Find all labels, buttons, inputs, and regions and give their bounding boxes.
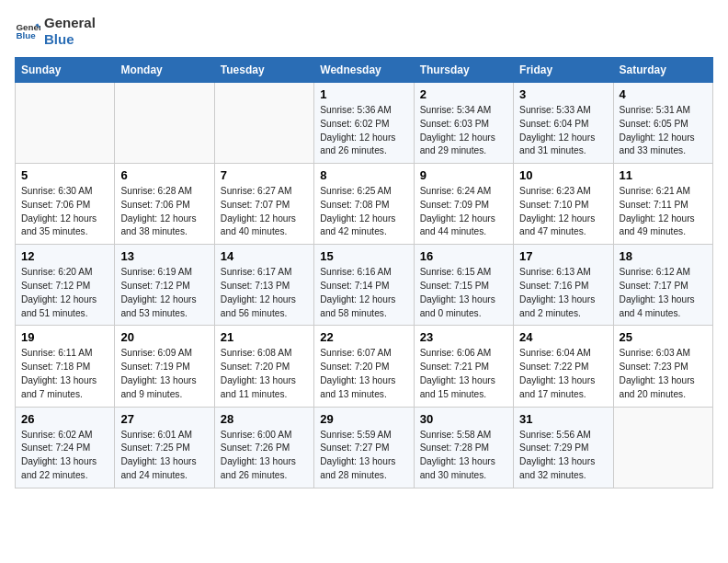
calendar-cell [115, 83, 214, 164]
calendar-cell: 29Sunrise: 5:59 AM Sunset: 7:27 PM Dayli… [314, 407, 414, 488]
day-info: Sunrise: 6:06 AM Sunset: 7:21 PM Dayligh… [420, 347, 507, 401]
day-number: 13 [120, 249, 208, 263]
day-number: 19 [21, 330, 108, 344]
calendar-cell: 18Sunrise: 6:12 AM Sunset: 7:17 PM Dayli… [613, 245, 712, 326]
day-info: Sunrise: 6:11 AM Sunset: 7:18 PM Dayligh… [21, 347, 108, 401]
day-info: Sunrise: 5:58 AM Sunset: 7:28 PM Dayligh… [420, 429, 507, 483]
day-number: 29 [320, 412, 407, 426]
weekday-header: Thursday [414, 58, 513, 83]
calendar-cell: 23Sunrise: 6:06 AM Sunset: 7:21 PM Dayli… [414, 326, 513, 407]
day-info: Sunrise: 5:36 AM Sunset: 6:02 PM Dayligh… [320, 104, 407, 158]
day-info: Sunrise: 6:13 AM Sunset: 7:16 PM Dayligh… [519, 266, 607, 320]
day-info: Sunrise: 6:01 AM Sunset: 7:25 PM Dayligh… [120, 429, 208, 483]
day-info: Sunrise: 6:20 AM Sunset: 7:12 PM Dayligh… [21, 266, 108, 320]
calendar-cell: 11Sunrise: 6:21 AM Sunset: 7:11 PM Dayli… [613, 164, 712, 245]
day-info: Sunrise: 6:23 AM Sunset: 7:10 PM Dayligh… [519, 185, 607, 239]
calendar-table: SundayMondayTuesdayWednesdayThursdayFrid… [15, 57, 713, 488]
calendar-cell: 10Sunrise: 6:23 AM Sunset: 7:10 PM Dayli… [514, 164, 613, 245]
day-info: Sunrise: 6:25 AM Sunset: 7:08 PM Dayligh… [320, 185, 407, 239]
day-info: Sunrise: 6:03 AM Sunset: 7:23 PM Dayligh… [620, 347, 707, 401]
day-number: 1 [320, 87, 407, 101]
day-number: 2 [420, 87, 507, 101]
day-info: Sunrise: 6:24 AM Sunset: 7:09 PM Dayligh… [420, 185, 507, 239]
day-info: Sunrise: 6:08 AM Sunset: 7:20 PM Dayligh… [221, 347, 308, 401]
day-info: Sunrise: 5:33 AM Sunset: 6:04 PM Dayligh… [519, 104, 607, 158]
calendar-cell: 30Sunrise: 5:58 AM Sunset: 7:28 PM Dayli… [414, 407, 513, 488]
weekday-header: Friday [514, 58, 613, 83]
day-number: 11 [620, 168, 707, 182]
calendar-cell: 31Sunrise: 5:56 AM Sunset: 7:29 PM Dayli… [514, 407, 613, 488]
calendar-cell: 25Sunrise: 6:03 AM Sunset: 7:23 PM Dayli… [613, 326, 712, 407]
day-info: Sunrise: 6:09 AM Sunset: 7:19 PM Dayligh… [120, 347, 208, 401]
calendar-cell: 7Sunrise: 6:27 AM Sunset: 7:07 PM Daylig… [214, 164, 313, 245]
day-number: 12 [21, 249, 108, 263]
calendar-cell: 26Sunrise: 6:02 AM Sunset: 7:24 PM Dayli… [16, 407, 115, 488]
day-info: Sunrise: 6:21 AM Sunset: 7:11 PM Dayligh… [620, 185, 707, 239]
calendar-cell: 12Sunrise: 6:20 AM Sunset: 7:12 PM Dayli… [16, 245, 115, 326]
day-number: 26 [21, 412, 108, 426]
day-number: 30 [420, 412, 507, 426]
weekday-header: Tuesday [214, 58, 313, 83]
day-info: Sunrise: 6:04 AM Sunset: 7:22 PM Dayligh… [519, 347, 607, 401]
day-number: 6 [120, 168, 208, 182]
day-info: Sunrise: 5:34 AM Sunset: 6:03 PM Dayligh… [420, 104, 507, 158]
day-number: 9 [420, 168, 507, 182]
day-number: 14 [221, 249, 308, 263]
day-number: 18 [620, 249, 707, 263]
weekday-header: Wednesday [314, 58, 414, 83]
calendar-cell [214, 83, 313, 164]
day-info: Sunrise: 6:02 AM Sunset: 7:24 PM Dayligh… [21, 429, 108, 483]
calendar-cell: 20Sunrise: 6:09 AM Sunset: 7:19 PM Dayli… [115, 326, 214, 407]
day-info: Sunrise: 6:17 AM Sunset: 7:13 PM Dayligh… [221, 266, 308, 320]
day-info: Sunrise: 6:27 AM Sunset: 7:07 PM Dayligh… [221, 185, 308, 239]
calendar-cell: 16Sunrise: 6:15 AM Sunset: 7:15 PM Dayli… [414, 245, 513, 326]
day-info: Sunrise: 6:00 AM Sunset: 7:26 PM Dayligh… [221, 429, 308, 483]
day-info: Sunrise: 5:31 AM Sunset: 6:05 PM Dayligh… [620, 104, 707, 158]
weekday-header: Saturday [613, 58, 712, 83]
day-number: 10 [519, 168, 607, 182]
calendar-cell: 19Sunrise: 6:11 AM Sunset: 7:18 PM Dayli… [16, 326, 115, 407]
calendar-cell: 15Sunrise: 6:16 AM Sunset: 7:14 PM Dayli… [314, 245, 414, 326]
calendar-cell: 9Sunrise: 6:24 AM Sunset: 7:09 PM Daylig… [414, 164, 513, 245]
day-number: 22 [320, 330, 407, 344]
page-header: General Blue General Blue [15, 15, 713, 48]
day-number: 21 [221, 330, 308, 344]
day-number: 15 [320, 249, 407, 263]
calendar-cell: 6Sunrise: 6:28 AM Sunset: 7:06 PM Daylig… [115, 164, 214, 245]
day-number: 25 [620, 330, 707, 344]
day-info: Sunrise: 5:59 AM Sunset: 7:27 PM Dayligh… [320, 429, 407, 483]
calendar-cell: 24Sunrise: 6:04 AM Sunset: 7:22 PM Dayli… [514, 326, 613, 407]
day-info: Sunrise: 6:19 AM Sunset: 7:12 PM Dayligh… [120, 266, 208, 320]
day-info: Sunrise: 6:07 AM Sunset: 7:20 PM Dayligh… [320, 347, 407, 401]
day-number: 5 [21, 168, 108, 182]
svg-text:Blue: Blue [16, 30, 36, 40]
calendar-cell: 8Sunrise: 6:25 AM Sunset: 7:08 PM Daylig… [314, 164, 414, 245]
calendar-cell [613, 407, 712, 488]
day-info: Sunrise: 6:12 AM Sunset: 7:17 PM Dayligh… [620, 266, 707, 320]
day-info: Sunrise: 6:28 AM Sunset: 7:06 PM Dayligh… [120, 185, 208, 239]
day-number: 31 [519, 412, 607, 426]
logo: General Blue General Blue [15, 15, 96, 48]
calendar-cell: 3Sunrise: 5:33 AM Sunset: 6:04 PM Daylig… [514, 83, 613, 164]
weekday-header: Monday [115, 58, 214, 83]
day-number: 24 [519, 330, 607, 344]
day-number: 7 [221, 168, 308, 182]
calendar-cell: 28Sunrise: 6:00 AM Sunset: 7:26 PM Dayli… [214, 407, 313, 488]
calendar-cell: 4Sunrise: 5:31 AM Sunset: 6:05 PM Daylig… [613, 83, 712, 164]
day-info: Sunrise: 5:56 AM Sunset: 7:29 PM Dayligh… [519, 429, 607, 483]
day-info: Sunrise: 6:16 AM Sunset: 7:14 PM Dayligh… [320, 266, 407, 320]
day-number: 20 [120, 330, 208, 344]
calendar-cell: 5Sunrise: 6:30 AM Sunset: 7:06 PM Daylig… [16, 164, 115, 245]
day-number: 27 [120, 412, 208, 426]
calendar-cell: 1Sunrise: 5:36 AM Sunset: 6:02 PM Daylig… [314, 83, 414, 164]
day-number: 16 [420, 249, 507, 263]
calendar-cell: 27Sunrise: 6:01 AM Sunset: 7:25 PM Dayli… [115, 407, 214, 488]
day-number: 28 [221, 412, 308, 426]
day-number: 8 [320, 168, 407, 182]
day-number: 4 [620, 87, 707, 101]
calendar-cell: 14Sunrise: 6:17 AM Sunset: 7:13 PM Dayli… [214, 245, 313, 326]
weekday-header: Sunday [16, 58, 115, 83]
day-info: Sunrise: 6:30 AM Sunset: 7:06 PM Dayligh… [21, 185, 108, 239]
calendar-cell: 2Sunrise: 5:34 AM Sunset: 6:03 PM Daylig… [414, 83, 513, 164]
day-info: Sunrise: 6:15 AM Sunset: 7:15 PM Dayligh… [420, 266, 507, 320]
